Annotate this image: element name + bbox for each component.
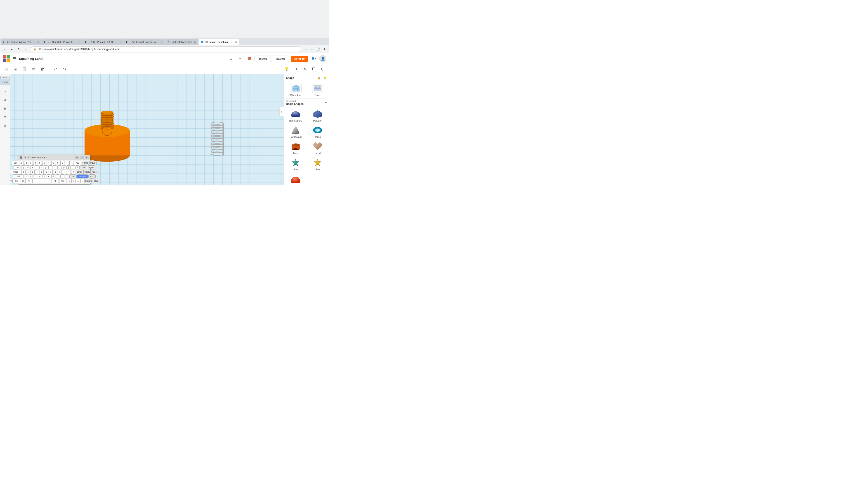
key-equals[interactable]: = bbox=[69, 161, 73, 165]
key-b[interactable]: b bbox=[42, 174, 46, 178]
workplane-tool[interactable]: Workplane bbox=[290, 84, 302, 96]
sendto-button[interactable]: Send To bbox=[291, 56, 308, 62]
undo-button[interactable]: ↩ bbox=[52, 66, 59, 73]
back-button[interactable]: ◂ bbox=[2, 46, 7, 52]
key-shift[interactable]: Shift bbox=[13, 174, 24, 178]
key-8[interactable]: 8 bbox=[51, 161, 55, 165]
import-button[interactable]: Import bbox=[254, 56, 271, 62]
history-button[interactable]: 🕐 bbox=[315, 46, 321, 52]
cube-top-face[interactable]: TOP bbox=[0, 76, 9, 79]
key-t[interactable]: t bbox=[39, 165, 43, 169]
key-e[interactable]: e bbox=[30, 165, 34, 169]
key-9[interactable]: 9 bbox=[56, 161, 60, 165]
key-1[interactable]: 1 bbox=[20, 161, 24, 165]
key-esc[interactable]: Esc bbox=[12, 161, 19, 165]
menu-button[interactable]: ☰ bbox=[13, 56, 16, 61]
bulb-button[interactable]: 💡 bbox=[283, 66, 290, 73]
lock-shape-button[interactable]: 🔒 bbox=[316, 75, 321, 80]
new-tab-button[interactable]: + bbox=[240, 39, 246, 45]
key-3[interactable]: 3 bbox=[29, 161, 33, 165]
key-a[interactable]: a bbox=[22, 170, 26, 174]
downloads-button[interactable]: ⬇ bbox=[322, 46, 327, 52]
key-win[interactable]: ⊞ bbox=[21, 179, 25, 183]
redo-button[interactable]: ↪ bbox=[61, 66, 68, 73]
key-5[interactable]: 5 bbox=[38, 161, 42, 165]
key-end[interactable]: End bbox=[80, 165, 87, 169]
orange-cylinder-object[interactable] bbox=[82, 103, 132, 160]
key-right[interactable]: ▸ bbox=[81, 179, 85, 183]
key-slash[interactable]: / bbox=[65, 174, 69, 178]
shape-item-heart[interactable]: Heart bbox=[307, 140, 329, 156]
key-home[interactable]: Home bbox=[82, 161, 89, 165]
key-scrlk[interactable]: ScrLk bbox=[88, 174, 96, 178]
bookmark-button[interactable]: ☆ bbox=[309, 46, 315, 52]
code-view-button[interactable]: ✦ bbox=[237, 55, 244, 62]
shape-item-half-sphere[interactable]: Half Sphere bbox=[285, 108, 306, 123]
key-ctrl-l[interactable]: Ctrl bbox=[13, 179, 20, 183]
key-d[interactable]: d bbox=[31, 170, 35, 174]
library-dropdown[interactable]: Tinkercad Basic Shapes ▼ bbox=[284, 98, 329, 107]
key-k[interactable]: k bbox=[53, 170, 57, 174]
tab-smart-printer[interactable]: ▶ (7) Smart 3D Printer Enclosu... ✕ bbox=[42, 39, 83, 45]
zoom-out-button[interactable]: ⊖ bbox=[1, 113, 8, 121]
key-ctrl-r[interactable]: Ctrl bbox=[59, 179, 66, 183]
shape-item-star1[interactable]: Star bbox=[285, 157, 306, 172]
key-z[interactable]: z bbox=[24, 174, 28, 178]
tab-subscriptions[interactable]: ▶ (7) Subscriptions - YouTube ✕ bbox=[1, 39, 41, 45]
key-w[interactable]: w bbox=[26, 165, 30, 169]
panel-expand-button[interactable]: › bbox=[279, 107, 284, 116]
key-lbracket[interactable]: [ bbox=[66, 165, 70, 169]
shape-item-star2[interactable]: Star bbox=[307, 157, 329, 172]
redo-shapes-button[interactable]: ↻ bbox=[301, 66, 308, 73]
key-q[interactable]: q bbox=[21, 165, 25, 169]
export-button[interactable]: Export bbox=[273, 56, 289, 62]
grid-view-button[interactable]: ⊞ bbox=[227, 55, 235, 62]
key-j[interactable]: j bbox=[49, 170, 53, 174]
key-o[interactable]: o bbox=[57, 165, 61, 169]
tab-close-2[interactable]: ✕ bbox=[78, 40, 81, 43]
key-2[interactable]: 2 bbox=[24, 161, 28, 165]
key-6[interactable]: 6 bbox=[42, 161, 46, 165]
light-shape-button[interactable]: 💡 bbox=[322, 75, 327, 80]
viewport[interactable]: On-Screen Keyboard ─ □ ✕ Esc 1 2 bbox=[10, 74, 284, 185]
key-g[interactable]: g bbox=[39, 170, 43, 174]
key-r[interactable]: r bbox=[35, 165, 39, 169]
layers-button[interactable]: ⧠ bbox=[310, 66, 317, 73]
tab-close-4[interactable]: ✕ bbox=[160, 40, 163, 43]
osk-close[interactable]: ✕ bbox=[85, 156, 89, 159]
key-alt-r[interactable]: Alt bbox=[52, 179, 59, 183]
key-pgup[interactable]: PgUp bbox=[89, 161, 96, 165]
key-down[interactable]: ▾ bbox=[71, 179, 75, 183]
tab-close-6[interactable]: ✕ bbox=[235, 40, 238, 43]
tab-close-3[interactable]: ✕ bbox=[119, 40, 122, 43]
refresh-button[interactable]: ↻ bbox=[16, 46, 22, 52]
cube-front-face[interactable]: FRONT bbox=[0, 79, 11, 86]
key-f[interactable]: f bbox=[35, 170, 39, 174]
key-quote[interactable]: ' bbox=[67, 170, 71, 174]
key-s[interactable]: s bbox=[26, 170, 30, 174]
key-y[interactable]: y bbox=[44, 165, 48, 169]
key-caps[interactable]: Caps bbox=[10, 170, 21, 174]
key-enter[interactable]: Enter bbox=[76, 170, 83, 174]
forward-button[interactable]: ▸ bbox=[9, 46, 14, 52]
brick-view-button[interactable]: 🧱 bbox=[246, 55, 253, 62]
url-bar[interactable]: 🔒 https://www.tinkercad.com/things/2bORP… bbox=[31, 46, 301, 52]
key-backspace[interactable]: ⌫ bbox=[74, 161, 81, 165]
key-del[interactable]: Del bbox=[69, 174, 76, 178]
home-view-button[interactable]: ⌂ bbox=[1, 88, 8, 95]
shape-item-polygon[interactable]: Polygon bbox=[307, 108, 329, 123]
key-pgdn[interactable]: PgDn bbox=[88, 165, 95, 169]
key-n[interactable]: n bbox=[47, 174, 51, 178]
home-button[interactable]: ⌂ bbox=[24, 46, 29, 52]
gray-spring-object[interactable] bbox=[209, 119, 223, 160]
tab-pla-gear[interactable]: ▶ (7) 3D Printed PLA Gear after... ✕ bbox=[83, 39, 124, 45]
key-help[interactable]: Help bbox=[93, 179, 100, 183]
shape-item-torus[interactable]: Torus bbox=[307, 124, 329, 140]
duplicate-button[interactable]: ⧉ bbox=[30, 66, 37, 73]
key-insert[interactable]: Insert bbox=[84, 170, 91, 174]
key-space[interactable] bbox=[33, 179, 51, 183]
key-v[interactable]: v bbox=[38, 174, 42, 178]
key-alt-l[interactable]: Alt bbox=[25, 179, 33, 183]
delete-button[interactable]: 🗑 bbox=[39, 66, 46, 73]
key-left[interactable]: ◂ bbox=[67, 179, 71, 183]
